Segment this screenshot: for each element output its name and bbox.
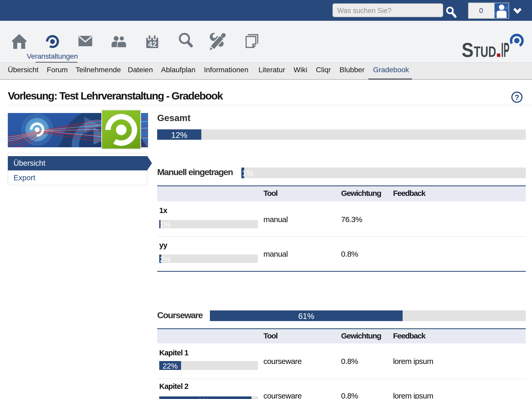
svg-text:TUD: TUD — [474, 43, 496, 60]
svg-text:?: ? — [515, 93, 519, 102]
svg-text:S: S — [462, 38, 474, 60]
svg-text:IP: IP — [501, 38, 509, 60]
svg-text:42: 42 — [148, 40, 157, 48]
